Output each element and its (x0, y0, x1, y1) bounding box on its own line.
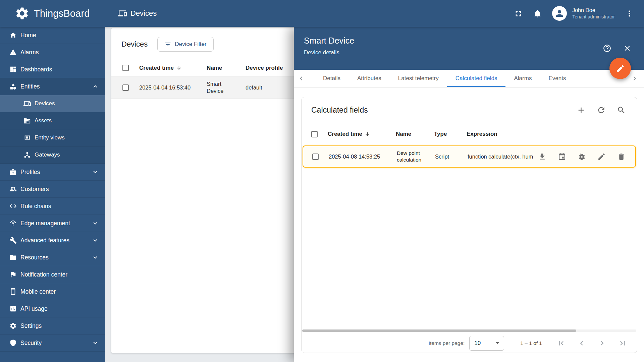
fullscreen-icon[interactable] (514, 9, 523, 18)
sidebar-item-label: Rule chains (20, 203, 51, 210)
download-icon[interactable] (538, 153, 546, 161)
sidebar-item-rule-chains[interactable]: Rule chains (0, 198, 105, 215)
user-info: John Doe Tenant administrator (572, 7, 615, 20)
sidebar-item-customers[interactable]: Customers (0, 181, 105, 198)
sidebar-item-mobile-center[interactable]: Mobile center (0, 283, 105, 300)
brand: ThingsBoard (0, 6, 105, 21)
cf-type: Script (435, 154, 468, 160)
sidebar-item-label: API usage (20, 305, 48, 312)
sidebar-item-devices[interactable]: Devices (0, 95, 105, 112)
column-created-time[interactable]: Created time (139, 65, 207, 71)
details-header-actions (603, 44, 632, 53)
close-icon[interactable] (623, 44, 632, 53)
brand-name[interactable]: ThingsBoard (34, 8, 90, 19)
pagination-nav (557, 339, 627, 348)
sidebar-item-label: Gateways (35, 152, 60, 158)
avatar[interactable] (552, 6, 567, 21)
sidebar-item-label: Edge management (20, 220, 70, 227)
notification-icon (9, 271, 17, 278)
chevron-down-icon (92, 237, 99, 244)
column-name[interactable]: Name (207, 65, 246, 71)
sidebar-item-home[interactable]: Home (0, 27, 105, 44)
top-bar: ThingsBoard Devices John Doe Tenant admi… (0, 0, 644, 27)
sidebar-item-label: Assets (35, 117, 52, 124)
tab-calculated-fields[interactable]: Calculated fields (447, 70, 506, 87)
tab-alarms[interactable]: Alarms (505, 70, 540, 87)
next-page-icon[interactable] (598, 339, 606, 348)
details-header: Smart Device Device details (294, 27, 644, 70)
cf-expression: function calculate(ctx, hum (468, 154, 535, 160)
assets-icon (23, 117, 31, 124)
tabs-bar: DetailsAttributesLatest telemetryCalcula… (294, 70, 644, 87)
tab-events[interactable]: Events (540, 70, 574, 87)
delete-icon[interactable] (617, 153, 626, 161)
sidebar-item-api-usage[interactable]: API usage (0, 300, 105, 317)
refresh-icon[interactable] (597, 106, 606, 115)
pagination-range: 1 – 1 of 1 (520, 340, 542, 346)
cf-name: Dew point calculation (397, 150, 435, 164)
chevron-left-icon (297, 74, 305, 82)
debug-icon[interactable] (578, 153, 586, 161)
sidebar-item-alarms[interactable]: Alarms (0, 44, 105, 61)
sidebar-item-security[interactable]: Security (0, 335, 105, 352)
sidebar-item-edge-management[interactable]: Edge management (0, 215, 105, 232)
cf-column-name[interactable]: Name (396, 131, 434, 137)
tab-latest-telemetry[interactable]: Latest telemetry (390, 70, 447, 87)
search-icon[interactable] (617, 106, 626, 115)
add-icon[interactable] (577, 106, 586, 115)
tab-attributes[interactable]: Attributes (349, 70, 390, 87)
device-filter-button[interactable]: Device Filter (157, 37, 213, 52)
horizontal-scrollbar[interactable] (302, 329, 636, 332)
sidebar-item-entity-views[interactable]: Entity views (0, 129, 105, 146)
cf-column-expression[interactable]: Expression (467, 131, 637, 137)
chevron-up-icon (92, 83, 99, 90)
edit-pencil-icon (616, 64, 625, 73)
tabs-scroll-left-button[interactable] (294, 70, 309, 87)
gateway-icon (23, 151, 31, 159)
topbar-actions: John Doe Tenant administrator (514, 6, 644, 21)
sidebar-item-gateways[interactable]: Gateways (0, 146, 105, 164)
last-page-icon[interactable] (618, 339, 627, 348)
advanced-icon (9, 237, 17, 244)
notifications-bell-icon[interactable] (533, 9, 542, 18)
scrollbar-thumb[interactable] (302, 329, 576, 332)
profiles-icon (9, 168, 17, 176)
sidebar-item-profiles[interactable]: Profiles (0, 164, 105, 181)
calculated-fields-card: Calculated fields Created time Name Type… (301, 97, 637, 353)
edit-device-fab[interactable] (609, 58, 631, 79)
user-name: John Doe (572, 7, 615, 14)
sidebar-item-label: Settings (20, 322, 42, 329)
rule-chains-icon (9, 202, 17, 210)
help-icon[interactable] (603, 44, 611, 53)
row-checkbox[interactable] (122, 84, 129, 91)
items-per-page-select[interactable]: 10 (469, 336, 504, 351)
prev-page-icon[interactable] (577, 339, 586, 348)
cf-column-created-time[interactable]: Created time (328, 131, 396, 137)
sidebar-item-advanced-features[interactable]: Advanced features (0, 232, 105, 249)
cf-row-actions (535, 153, 635, 161)
sidebar-item-settings[interactable]: Settings (0, 317, 105, 335)
calculated-fields-head: Calculated fields (302, 97, 637, 127)
calculated-field-row[interactable]: 2025-04-08 14:53:25Dew point calculation… (303, 145, 636, 168)
row-checkbox[interactable] (312, 154, 319, 160)
sidebar-item-assets[interactable]: Assets (0, 112, 105, 129)
edit-icon[interactable] (597, 153, 606, 161)
sidebar-item-dashboards[interactable]: Dashboards (0, 61, 105, 78)
sidebar-item-notification-center[interactable]: Notification center (0, 266, 105, 283)
sidebar-item-entities[interactable]: Entities (0, 78, 105, 95)
cf-select-all-checkbox[interactable] (311, 131, 318, 137)
device-created-time: 2025-04-04 16:53:40 (139, 84, 207, 91)
device-name: Smart Device (207, 80, 246, 95)
tab-details[interactable]: Details (315, 70, 349, 87)
sidebar-item-resources[interactable]: Resources (0, 249, 105, 266)
more-vert-icon[interactable] (625, 9, 634, 18)
chevron-down-icon (92, 168, 99, 176)
mobile-icon (9, 288, 17, 295)
select-all-checkbox[interactable] (122, 65, 129, 71)
page-title: Devices (130, 9, 157, 18)
sidebar-item-label: Devices (35, 100, 55, 107)
debug-settings-icon[interactable] (558, 153, 566, 161)
cf-column-type[interactable]: Type (434, 131, 467, 137)
sidebar-item-label: Profiles (20, 169, 40, 176)
first-page-icon[interactable] (557, 339, 566, 348)
